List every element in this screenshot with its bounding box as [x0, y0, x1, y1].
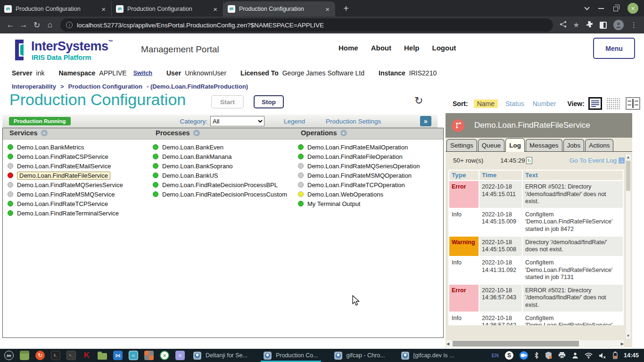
notes-icon[interactable]: ≡: [175, 351, 185, 360]
sidebar-icon[interactable]: [600, 22, 607, 29]
vertical-scrollbar[interactable]: ▲ ▼: [625, 154, 631, 339]
url-text[interactable]: localhost:52773/csp/applive/EnsPortal.Pr…: [77, 22, 324, 29]
mint-menu-icon[interactable]: lm: [4, 351, 14, 360]
restore-button[interactable]: [613, 7, 618, 11]
config-item[interactable]: Demo.Loan.FindRateTerminalService: [8, 208, 123, 218]
taskbar-clock[interactable]: 14:45: [624, 352, 639, 359]
wifi-icon[interactable]: [585, 353, 593, 359]
browser-tab[interactable]: IRProduction Configuration×: [223, 1, 335, 16]
legend-link[interactable]: Legend: [284, 118, 305, 125]
horizontal-scroll-thumb[interactable]: [453, 341, 579, 346]
tab-search-chevron-icon[interactable]: [584, 5, 589, 10]
config-item[interactable]: Demo.Loan.FindRateFileOperation: [298, 152, 420, 161]
add-services-button[interactable]: +: [41, 130, 48, 136]
add-operations-button[interactable]: +: [340, 130, 347, 136]
vertical-scroll-thumb[interactable]: [626, 161, 630, 191]
config-item[interactable]: Demo.Loan.FindRateMQSeriesService: [8, 180, 123, 189]
tab-log[interactable]: Log: [505, 138, 525, 152]
browser-tab[interactable]: IRProduction Configuration×: [0, 1, 112, 16]
close-window-button[interactable]: ×: [627, 3, 638, 14]
refresh-log-icon[interactable]: ↻: [526, 157, 532, 164]
bookmark-star-icon[interactable]: ★: [573, 21, 579, 29]
system-monitor-icon[interactable]: ≈: [129, 351, 138, 360]
new-tab-button[interactable]: +: [339, 1, 353, 16]
config-item[interactable]: Demo.Loan.WebOperations: [298, 189, 420, 199]
config-item[interactable]: Demo.Loan.FindRateMQSeriesOperation: [298, 161, 420, 171]
profile-avatar[interactable]: [613, 20, 624, 30]
tab-queue[interactable]: Queue: [478, 139, 505, 151]
firewall-shield-icon[interactable]: [545, 352, 552, 359]
config-item[interactable]: Demo.Loan.FindRateEMailOperation: [298, 142, 420, 152]
vscode-icon[interactable]: ⋈: [113, 351, 123, 360]
folder-icon[interactable]: [98, 353, 107, 360]
add-processes-button[interactable]: +: [193, 130, 200, 136]
scroll-down-arrow[interactable]: ▼: [627, 333, 630, 339]
scroll-left-arrow[interactable]: ◀: [446, 341, 449, 347]
config-item[interactable]: Demo.Loan.FindRateTCPOperation: [298, 180, 420, 189]
tab-actions[interactable]: Actions: [585, 139, 613, 151]
taskbar-window-button[interactable]: [gifcap.dev is ...: [400, 349, 455, 362]
nav-link-home[interactable]: Home: [339, 44, 358, 52]
view-list-button[interactable]: [588, 97, 602, 110]
nav-link-logout[interactable]: Logout: [432, 44, 456, 52]
menu-button[interactable]: Menu: [593, 38, 635, 59]
taskbar-window-button[interactable]: gifcap - Chro...: [333, 349, 386, 362]
browser-tab[interactable]: IRProduction Configuration×: [112, 1, 223, 16]
go-to-event-log-link[interactable]: Go To Event Log →: [570, 157, 625, 164]
nav-link-help[interactable]: Help: [404, 44, 420, 52]
config-item[interactable]: Demo.Loan.FindRateDecisionProcessBPL: [153, 180, 287, 189]
tab-jobs[interactable]: Jobs: [563, 139, 585, 151]
tab-close-icon[interactable]: ×: [100, 6, 107, 13]
sort-option-name[interactable]: Name: [474, 99, 498, 108]
skype-icon[interactable]: S: [505, 351, 513, 360]
stop-button[interactable]: Stop: [254, 95, 284, 108]
files-icon[interactable]: [20, 351, 29, 360]
nav-link-about[interactable]: About: [371, 44, 391, 52]
tab-settings[interactable]: Settings: [446, 139, 477, 151]
volume-muted-icon[interactable]: [599, 353, 607, 359]
minimize-button[interactable]: [598, 8, 604, 9]
config-item[interactable]: Demo.Loan.BankUS: [153, 171, 287, 180]
view-grid-button[interactable]: [606, 98, 621, 110]
share-icon[interactable]: [560, 21, 567, 30]
expand-panel-button[interactable]: »: [420, 116, 431, 126]
config-item[interactable]: Demo.Loan.FindRateEMailService: [8, 161, 123, 171]
breadcrumb-interoperability-link[interactable]: Interoperability: [12, 83, 56, 90]
category-select[interactable]: All: [210, 116, 264, 126]
auto-refresh-spinner-icon[interactable]: ↻: [414, 95, 423, 107]
bluetooth-icon[interactable]: [534, 352, 539, 359]
start-button[interactable]: Start: [211, 95, 244, 108]
reload-button[interactable]: ↻: [30, 18, 43, 32]
config-item[interactable]: Demo.Loan.BankManana: [153, 152, 287, 161]
forward-button[interactable]: →: [17, 18, 30, 32]
sort-option-status[interactable]: Status: [505, 100, 524, 107]
tab-close-icon[interactable]: ×: [324, 6, 331, 13]
horizontal-scrollbar[interactable]: ◀ ▶: [446, 340, 624, 347]
update-manager-icon[interactable]: ↻: [35, 351, 45, 360]
config-item[interactable]: Demo.Loan.BankEven: [153, 142, 287, 152]
calculator-icon[interactable]: [144, 351, 154, 360]
tab-messages[interactable]: Messages: [526, 139, 562, 151]
tab-close-icon[interactable]: ×: [212, 6, 219, 13]
scroll-up-arrow[interactable]: ▲: [627, 154, 630, 160]
config-item[interactable]: Demo.Loan.FindRateCSPService: [8, 152, 123, 161]
back-button[interactable]: ←: [4, 18, 17, 32]
breadcrumb-page-link[interactable]: Production Configuration: [68, 83, 142, 90]
config-item[interactable]: Demo.Loan.FindRateTCPService: [8, 199, 123, 208]
view-split-button[interactable]: [626, 97, 640, 110]
config-item[interactable]: Demo.Loan.BankSoprano: [153, 161, 287, 171]
home-button[interactable]: ⌂: [43, 18, 57, 32]
extensions-puzzle-icon[interactable]: [586, 21, 593, 30]
sort-option-number[interactable]: Number: [533, 100, 556, 107]
address-bar[interactable]: i localhost:52773/csp/applive/EnsPortal.…: [60, 18, 553, 32]
krita-icon[interactable]: K: [82, 351, 91, 360]
taskbar-window-button[interactable]: Deltanji for Se...: [192, 349, 248, 362]
config-item[interactable]: Demo.Loan.FindRateMSMQOperation: [298, 171, 420, 180]
scroll-right-arrow[interactable]: ▶: [621, 341, 624, 347]
user-accounts-icon[interactable]: [572, 352, 578, 359]
keyboard-layout-indicator[interactable]: EN: [492, 353, 499, 358]
printer-icon[interactable]: [558, 352, 566, 359]
zoom-icon[interactable]: [520, 351, 528, 360]
terminal-icon[interactable]: $_: [51, 351, 60, 360]
spreadsheet-icon[interactable]: ×: [160, 351, 169, 360]
